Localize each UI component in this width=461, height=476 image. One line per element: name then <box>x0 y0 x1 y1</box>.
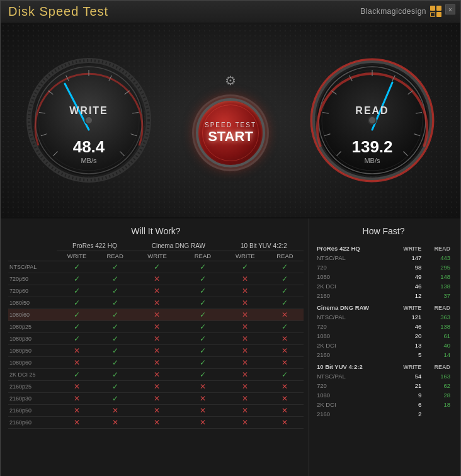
check-cell: ✓ <box>97 369 133 381</box>
brand-logo: Blackmagicdesign <box>360 6 441 17</box>
write-header: WRITE <box>392 360 424 371</box>
format-cell: 720p60 <box>8 285 57 297</box>
brand-sq-2 <box>436 6 441 11</box>
row-label: 2K DCI <box>314 341 392 350</box>
check-cell: ✓ <box>181 357 224 369</box>
check-cell: ✕ <box>57 405 97 417</box>
check-cell: ✓ <box>57 369 97 381</box>
write-value: 13 <box>392 341 424 350</box>
check-cell: ✕ <box>266 345 304 357</box>
check-cell: ✕ <box>133 417 181 429</box>
start-button[interactable]: SPEED TEST START <box>196 98 265 167</box>
gauge-area: WRITE 48.4 MB/s ⚙ SPEED TEST START <box>1 23 460 218</box>
check-cell: ✕ <box>224 357 266 369</box>
write-value: 12 <box>392 291 424 300</box>
write-value: 46 <box>392 322 424 331</box>
check-cell: ✓ <box>57 261 97 273</box>
how-fast-row: 2K DCI 46 138 <box>314 281 453 291</box>
check-cell: ✓ <box>97 393 133 405</box>
table-row: 1080i50✓✓✕✓✕✓ <box>8 297 304 309</box>
check-cell: ✓ <box>97 321 133 333</box>
check-cell: ✕ <box>57 357 97 369</box>
gear-icon[interactable]: ⚙ <box>225 73 236 88</box>
write-unit: MB/s <box>73 157 105 164</box>
row-label: 1080 <box>314 272 392 281</box>
read-value: 61 <box>424 331 453 341</box>
format-cell: 2160p60 <box>8 417 57 429</box>
write-value: 5 <box>392 350 424 360</box>
how-fast-row: 1080 9 28 <box>314 390 453 400</box>
check-cell: ✓ <box>97 273 133 285</box>
read-value: 138 <box>424 322 453 331</box>
brand-sq-3 <box>430 12 435 17</box>
check-cell: ✕ <box>224 309 266 321</box>
table-row: NTSC/PAL✓✓✓✓✓✓ <box>8 261 304 273</box>
read-label: READ <box>355 105 389 116</box>
brand-name: Blackmagicdesign <box>360 7 426 16</box>
how-fast-row: 720 21 62 <box>314 381 453 390</box>
table-row: 720p60✓✓✕✓✕✓ <box>8 285 304 297</box>
write-value: 6 <box>392 400 424 409</box>
write-header: WRITE <box>392 300 424 312</box>
check-cell: ✕ <box>57 393 97 405</box>
start-btn-wrap: ⚙ SPEED TEST START <box>196 73 265 167</box>
check-cell: ✕ <box>224 369 266 381</box>
write-header: WRITE <box>392 241 424 253</box>
format-cell: 720p50 <box>8 273 57 285</box>
read-value <box>424 409 453 419</box>
read-value: 163 <box>424 371 453 381</box>
section-label: 10 Bit YUV 4:2:2 <box>314 360 392 371</box>
yuv-read-subhead: READ <box>266 251 304 261</box>
check-cell: ✓ <box>57 321 97 333</box>
format-cell: 1080i50 <box>8 297 57 309</box>
row-label: 2160 <box>314 409 392 419</box>
check-cell: ✕ <box>224 285 266 297</box>
read-header: READ <box>424 360 453 371</box>
table-row: 1080p50✕✓✕✓✕✕ <box>8 345 304 357</box>
row-label: NTSC/PAL <box>314 371 392 381</box>
write-value: 9 <box>392 390 424 400</box>
write-value: 49 <box>392 272 424 281</box>
check-cell: ✓ <box>133 261 181 273</box>
check-cell: ✕ <box>57 345 97 357</box>
read-value: 14 <box>424 350 453 360</box>
check-cell: ✓ <box>181 345 224 357</box>
how-fast-row: 2160 2 <box>314 409 453 419</box>
read-header: READ <box>424 300 453 312</box>
write-label: WRITE <box>69 105 108 116</box>
check-cell: ✓ <box>266 273 304 285</box>
prores-read-subhead: READ <box>97 251 133 261</box>
read-value: 148 <box>424 272 453 281</box>
row-label: 2160 <box>314 291 392 300</box>
brand-sq-4 <box>436 12 441 17</box>
row-label: 720 <box>314 381 392 390</box>
read-value: 443 <box>424 253 453 263</box>
read-value: 40 <box>424 341 453 350</box>
check-cell: ✕ <box>97 405 133 417</box>
how-fast-row: 2K DCI 13 40 <box>314 341 453 350</box>
read-value: 18 <box>424 400 453 409</box>
yuv-header: 10 Bit YUV 4:2:2 <box>224 241 304 251</box>
right-table-section: How Fast? ProRes 422 HQ WRITE READ NTSC/… <box>309 218 460 476</box>
check-cell: ✕ <box>266 417 304 429</box>
check-cell: ✓ <box>224 261 266 273</box>
how-fast-table: ProRes 422 HQ WRITE READ NTSC/PAL 147 44… <box>314 241 453 419</box>
check-cell: ✕ <box>181 405 224 417</box>
write-value: 21 <box>392 381 424 390</box>
check-cell: ✓ <box>181 369 224 381</box>
write-value: 2 <box>392 409 424 419</box>
close-button[interactable]: × <box>445 4 455 14</box>
check-cell: ✓ <box>181 309 224 321</box>
read-value-display: 139.2 MB/s <box>351 137 392 164</box>
check-cell: ✕ <box>181 417 224 429</box>
write-gauge-svg <box>26 57 152 183</box>
write-value-display: 48.4 MB/s <box>73 137 105 164</box>
write-value: 20 <box>392 331 424 341</box>
check-cell: ✓ <box>57 309 97 321</box>
format-cell: 2K DCI 25 <box>8 369 57 381</box>
left-table-section: Will It Work? ProRes 422 HQ Cinema DNG R… <box>1 218 309 476</box>
format-cell: 2160p30 <box>8 393 57 405</box>
will-it-work-title: Will It Work? <box>8 226 304 236</box>
check-cell: ✕ <box>133 285 181 297</box>
row-label: 2K DCI <box>314 281 392 291</box>
